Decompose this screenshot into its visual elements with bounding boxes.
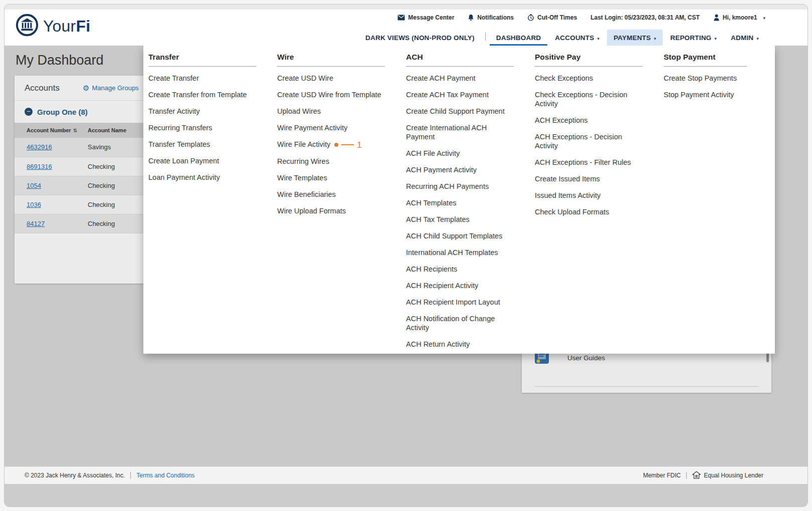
menu-item-wire-upload-formats[interactable]: Wire Upload Formats — [277, 206, 385, 215]
nav-accounts[interactable]: ACCOUNTS ▾ — [548, 30, 606, 46]
account-number-link[interactable]: 4632916 — [27, 143, 52, 151]
menu-item-label: Issued Items Activity — [535, 191, 600, 199]
main-nav: DARK VIEWS (NON-PROD ONLY) DASHBOARD ACC… — [359, 30, 765, 46]
menu-item-label: Create USD Wire from Template — [277, 91, 381, 99]
menu-column-title: ACH — [406, 53, 514, 67]
menu-item-recurring-ach-payments[interactable]: Recurring ACH Payments — [406, 182, 514, 191]
menu-item-label: Create International ACH Payment — [406, 124, 487, 141]
menu-item-ach-recipients[interactable]: ACH Recipients — [406, 265, 514, 274]
annotation-line — [341, 144, 354, 145]
person-icon — [713, 14, 720, 21]
nav-payments[interactable]: PAYMENTS ▾ — [607, 30, 663, 46]
menu-item-loan-payment-activity[interactable]: Loan Payment Activity — [148, 173, 256, 182]
menu-item-ach-return-activity[interactable]: ACH Return Activity — [406, 340, 514, 349]
menu-item-label: Create Transfer — [148, 74, 199, 82]
user-menu[interactable]: Hi, kmoore1 ▾ — [713, 14, 765, 21]
menu-item-label: ACH Templates — [406, 199, 456, 207]
menu-item-create-transfer[interactable]: Create Transfer — [148, 74, 256, 83]
envelope-icon — [397, 15, 405, 21]
user-greeting-label: Hi, kmoore1 — [723, 14, 757, 21]
sort-icon[interactable]: ⇅ — [73, 128, 77, 133]
menu-item-ach-recipient-import-layout[interactable]: ACH Recipient Import Layout — [406, 298, 514, 307]
menu-item-create-stop-payments[interactable]: Create Stop Payments — [664, 74, 747, 83]
manage-groups-link[interactable]: ⚙ Manage Groups — [83, 84, 139, 92]
collapse-icon[interactable]: − — [25, 108, 33, 116]
menu-item-wire-beneficiaries[interactable]: Wire Beneficiaries — [277, 190, 385, 199]
menu-item-label: International ACH Templates — [406, 248, 498, 257]
menu-item-ach-payment-activity[interactable]: ACH Payment Activity — [406, 165, 514, 174]
account-group-label: Group One (8) — [37, 108, 88, 116]
account-number-link[interactable]: 1054 — [27, 182, 41, 189]
menu-item-create-issued-items[interactable]: Create Issued Items — [535, 174, 643, 183]
chevron-down-icon: ▾ — [654, 36, 657, 41]
menu-item-recurring-wires[interactable]: Recurring Wires — [277, 157, 385, 166]
account-number-link[interactable]: 8691316 — [27, 163, 52, 170]
menu-column-title: Stop Payment — [664, 53, 747, 67]
menu-item-ach-tax-templates[interactable]: ACH Tax Templates — [406, 215, 514, 224]
terms-and-conditions-link[interactable]: Terms and Conditions — [136, 472, 194, 479]
brand-logo[interactable]: YourFi — [16, 14, 90, 39]
menu-item-check-exceptions[interactable]: Check Exceptions — [535, 74, 643, 83]
menu-item-transfer-activity[interactable]: Transfer Activity — [148, 107, 256, 116]
menu-item-create-ach-payment[interactable]: Create ACH Payment — [406, 74, 514, 83]
account-number-link[interactable]: 1036 — [27, 201, 41, 208]
menu-item-ach-templates[interactable]: ACH Templates — [406, 198, 514, 207]
menu-item-wire-file-activity[interactable]: Wire File Activity1 — [277, 140, 385, 149]
menu-item-upload-wires[interactable]: Upload Wires — [277, 107, 385, 116]
menu-item-check-upload-formats[interactable]: Check Upload Formats — [535, 207, 643, 216]
menu-item-wire-payment-activity[interactable]: Wire Payment Activity — [277, 123, 385, 132]
menu-item-create-ach-tax-payment[interactable]: Create ACH Tax Payment — [406, 90, 514, 99]
menu-item-create-transfer-from-template[interactable]: Create Transfer from Template — [148, 90, 256, 99]
menu-item-ach-notification-of-change-activity[interactable]: ACH Notification of Change Activity — [406, 314, 514, 332]
annotation-marker: 1 — [334, 141, 361, 149]
nav-label: DARK VIEWS (NON-PROD ONLY) — [365, 34, 475, 42]
nav-admin[interactable]: ADMIN ▾ — [724, 30, 765, 46]
notifications-link[interactable]: Notifications — [468, 14, 514, 21]
footer-right: Member FDIC Equal Housing Lender — [643, 471, 763, 480]
menu-item-label: Wire Templates — [277, 174, 327, 182]
menu-item-wire-templates[interactable]: Wire Templates — [277, 173, 385, 182]
menu-item-stop-payment-activity[interactable]: Stop Payment Activity — [664, 90, 747, 99]
nav-reporting[interactable]: REPORTING ▾ — [664, 30, 723, 46]
menu-item-ach-file-activity[interactable]: ACH File Activity — [406, 149, 514, 158]
menu-item-create-usd-wire-from-template[interactable]: Create USD Wire from Template — [277, 90, 385, 99]
clock-icon — [527, 14, 534, 21]
menu-item-create-usd-wire[interactable]: Create USD Wire — [277, 74, 385, 83]
nav-label: REPORTING — [670, 34, 711, 42]
menu-item-ach-exceptions-decision-activity[interactable]: ACH Exceptions - Decision Activity — [535, 132, 643, 150]
nav-dark-views[interactable]: DARK VIEWS (NON-PROD ONLY) — [359, 30, 481, 46]
nav-dashboard[interactable]: DASHBOARD — [490, 30, 548, 46]
message-center-link[interactable]: Message Center — [397, 14, 454, 21]
cutoff-times-link[interactable]: Cut-Off Times — [527, 14, 577, 21]
menu-item-label: Wire File Activity — [277, 140, 330, 148]
menu-item-transfer-templates[interactable]: Transfer Templates — [148, 140, 256, 149]
menu-item-create-international-ach-payment[interactable]: Create International ACH Payment — [406, 123, 514, 141]
menu-item-label: Transfer Templates — [148, 140, 210, 148]
menu-item-ach-child-support-templates[interactable]: ACH Child Support Templates — [406, 231, 514, 240]
account-number-link[interactable]: 84127 — [27, 220, 45, 227]
nav-label: ACCOUNTS — [555, 34, 594, 42]
bell-icon — [468, 14, 474, 21]
menu-item-label: Wire Beneficiaries — [277, 190, 336, 198]
nav-label: PAYMENTS — [614, 34, 651, 42]
menu-item-label: Recurring Transfers — [148, 124, 212, 132]
menu-item-label: Create Loan Payment — [148, 157, 219, 165]
menu-item-ach-recipient-activity[interactable]: ACH Recipient Activity — [406, 281, 514, 290]
menu-item-recurring-transfers[interactable]: Recurring Transfers — [148, 123, 256, 132]
menu-item-ach-exceptions[interactable]: ACH Exceptions — [535, 116, 643, 125]
menu-column-positive-pay: Positive PayCheck ExceptionsCheck Except… — [535, 53, 664, 356]
menu-item-create-loan-payment[interactable]: Create Loan Payment — [148, 156, 256, 165]
divider — [130, 472, 131, 479]
menu-item-check-exceptions-decision-activity[interactable]: Check Exceptions - Decision Activity — [535, 90, 643, 108]
column-header-account-number[interactable]: Account Number⇅ — [15, 123, 88, 138]
menu-item-label: ACH Payment Activity — [406, 166, 477, 174]
menu-item-label: ACH Recipient Import Layout — [406, 298, 500, 306]
menu-item-issued-items-activity[interactable]: Issued Items Activity — [535, 191, 643, 200]
app-window: YourFi Message Center Notifications Cut-… — [4, 4, 808, 507]
menu-item-create-child-support-payment[interactable]: Create Child Support Payment — [406, 107, 514, 116]
menu-item-ach-exceptions-filter-rules[interactable]: ACH Exceptions - Filter Rules — [535, 158, 643, 167]
menu-item-label: ACH Exceptions - Decision Activity — [535, 133, 622, 150]
menu-item-international-ach-templates[interactable]: International ACH Templates — [406, 248, 514, 257]
equal-housing-text: Equal Housing Lender — [704, 472, 763, 479]
menu-item-label: Check Exceptions — [535, 74, 593, 82]
